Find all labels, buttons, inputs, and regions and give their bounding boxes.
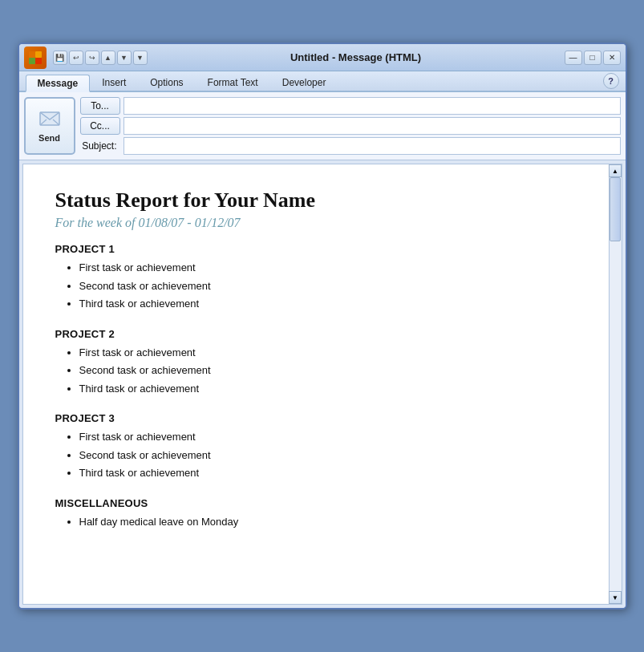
list-item: Third task or achievement <box>79 296 577 312</box>
project-list-1: First task or achievementSecond task or … <box>55 260 577 312</box>
close-button[interactable]: ✕ <box>603 51 621 65</box>
subject-input[interactable] <box>124 137 621 155</box>
undo-toolbar-btn[interactable]: ↩ <box>69 51 83 65</box>
tab-options[interactable]: Options <box>138 73 195 91</box>
project-heading-2: PROJECT 2 <box>55 328 577 340</box>
list-item: First task or achievement <box>79 345 577 361</box>
quick-access-toolbar: 💾 ↩ ↪ ▲ ▼ ▼ <box>53 51 148 65</box>
send-button[interactable]: Send <box>24 97 75 155</box>
minimize-button[interactable]: — <box>565 51 582 65</box>
scroll-track <box>610 177 622 591</box>
list-item: Third task or achievement <box>79 381 577 397</box>
email-body-content[interactable]: Status Report for Your Name For the week… <box>23 164 609 604</box>
project-section-2: PROJECT 2First task or achievementSecond… <box>55 328 577 397</box>
project-section-1: PROJECT 1First task or achievementSecond… <box>55 243 577 312</box>
list-item: Second task or achievement <box>79 278 577 294</box>
outlook-window: 💾 ↩ ↪ ▲ ▼ ▼ Untitled - Message (HTML) — … <box>18 43 627 609</box>
project-section-3: PROJECT 3First task or achievementSecond… <box>55 412 577 481</box>
scrollbar[interactable]: ▲ ▼ <box>609 164 622 604</box>
scroll-thumb[interactable] <box>610 177 621 241</box>
tab-format-text[interactable]: Format Text <box>196 73 270 91</box>
projects-container: PROJECT 1First task or achievementSecond… <box>55 243 577 529</box>
list-item: Second task or achievement <box>79 447 577 464</box>
email-title: Status Report for Your Name <box>55 188 577 213</box>
svg-rect-3 <box>35 58 42 64</box>
list-item: First task or achievement <box>79 429 577 445</box>
scroll-up-button[interactable]: ▲ <box>609 164 622 177</box>
email-body-container: Status Report for Your Name For the week… <box>22 164 622 605</box>
svg-rect-0 <box>29 51 35 58</box>
subject-field-row: Subject: <box>80 137 621 155</box>
maximize-button[interactable]: □ <box>584 51 601 65</box>
list-item: First task or achievement <box>79 260 577 276</box>
up-toolbar-btn[interactable]: ▲ <box>101 51 115 65</box>
scroll-down-button[interactable]: ▼ <box>609 591 622 604</box>
project-heading-1: PROJECT 1 <box>55 243 577 255</box>
list-item: Half day medical leave on Monday <box>79 514 577 530</box>
window-title-rest: - Message (HTML) <box>329 51 421 63</box>
document-name: Untitled <box>290 51 329 63</box>
email-body-wrapper: ⊞ Status Report for Your Name For the we… <box>19 160 626 608</box>
list-item: Second task or achievement <box>79 362 577 379</box>
email-subtitle: For the week of 01/08/07 - 01/12/07 <box>55 216 577 230</box>
to-field-row: To... <box>80 97 621 115</box>
email-header-fields: Send To... Cc... Subject: <box>19 92 626 160</box>
project-section-4: MISCELLANEOUSHalf day medical leave on M… <box>55 497 577 530</box>
help-button[interactable]: ? <box>603 73 619 89</box>
cc-field-row: Cc... <box>80 117 621 135</box>
title-bar: 💾 ↩ ↪ ▲ ▼ ▼ Untitled - Message (HTML) — … <box>19 44 626 71</box>
cc-button[interactable]: Cc... <box>80 117 120 135</box>
window-controls: — □ ✕ <box>565 51 621 65</box>
tab-insert[interactable]: Insert <box>90 73 138 91</box>
ribbon-tab-bar: Message Insert Options Format Text Devel… <box>19 71 626 92</box>
cc-input[interactable] <box>124 117 621 135</box>
to-button[interactable]: To... <box>80 97 120 115</box>
list-item: Third task or achievement <box>79 465 577 481</box>
project-heading-3: PROJECT 3 <box>55 412 577 424</box>
dropdown-toolbar-btn[interactable]: ▼ <box>133 51 148 65</box>
svg-rect-1 <box>35 51 42 58</box>
project-list-4: Half day medical leave on Monday <box>55 514 577 530</box>
save-toolbar-btn[interactable]: 💾 <box>53 51 67 65</box>
tab-message[interactable]: Message <box>26 75 91 92</box>
tab-developer[interactable]: Developer <box>270 73 338 91</box>
down-toolbar-btn[interactable]: ▼ <box>117 51 132 65</box>
send-label: Send <box>38 133 60 143</box>
send-icon <box>38 109 61 132</box>
redo-toolbar-btn[interactable]: ↪ <box>85 51 99 65</box>
project-list-3: First task or achievementSecond task or … <box>55 429 577 481</box>
window-title: Untitled - Message (HTML) <box>151 51 561 63</box>
address-fields: To... Cc... Subject: <box>80 97 621 155</box>
office-logo-icon <box>24 47 47 69</box>
svg-rect-2 <box>29 58 35 64</box>
project-heading-4: MISCELLANEOUS <box>55 497 577 509</box>
subject-label: Subject: <box>80 140 120 152</box>
project-list-2: First task or achievementSecond task or … <box>55 345 577 397</box>
to-input[interactable] <box>124 97 621 115</box>
